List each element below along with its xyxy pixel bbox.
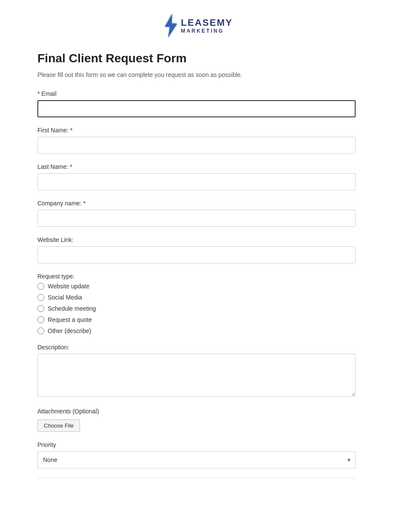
email-group: * Email bbox=[37, 90, 356, 117]
company-name-group: Company name: * bbox=[37, 200, 356, 227]
page-wrapper: LEASEMY MARKETING Final Client Request F… bbox=[29, 0, 364, 504]
radio-other[interactable] bbox=[37, 327, 44, 334]
form-description: Please fill out this form so we can comp… bbox=[37, 71, 356, 78]
radio-schedule-meeting[interactable] bbox=[37, 305, 44, 312]
radio-label-website-update: Website update bbox=[48, 283, 89, 290]
attachments-group: Attachments (Optional) Choose File bbox=[37, 408, 356, 432]
radio-website-update[interactable] bbox=[37, 283, 44, 290]
description-textarea[interactable] bbox=[37, 354, 356, 397]
description-group: Description: bbox=[37, 344, 356, 398]
first-name-label: First Name: * bbox=[37, 127, 356, 134]
request-type-group: Request type: Website update Social Medi… bbox=[37, 273, 356, 334]
radio-item-schedule-meeting[interactable]: Schedule meeting bbox=[37, 305, 356, 312]
last-name-input[interactable] bbox=[37, 173, 356, 190]
logo-text: LEASEMY MARKETING bbox=[181, 18, 233, 34]
radio-label-schedule-meeting: Schedule meeting bbox=[48, 305, 96, 312]
priority-select[interactable]: None Low Medium High Urgent bbox=[37, 451, 356, 468]
priority-group: Priority None Low Medium High Urgent ▾ bbox=[37, 441, 356, 468]
radio-label-other: Other (describe) bbox=[48, 327, 91, 334]
choose-file-button[interactable]: Choose File bbox=[37, 419, 80, 432]
radio-label-request-quote: Request a quote bbox=[48, 316, 92, 323]
radio-label-social-media: Social Media bbox=[48, 294, 82, 301]
priority-select-wrapper: None Low Medium High Urgent ▾ bbox=[37, 451, 356, 468]
description-label: Description: bbox=[37, 344, 356, 351]
radio-item-website-update[interactable]: Website update bbox=[37, 283, 356, 290]
logo-container: LEASEMY MARKETING bbox=[37, 13, 356, 39]
website-link-group: Website Link: bbox=[37, 236, 356, 263]
last-name-label: Last Name: * bbox=[37, 163, 356, 170]
first-name-input[interactable] bbox=[37, 137, 356, 154]
priority-label: Priority bbox=[37, 441, 356, 448]
company-name-input[interactable] bbox=[37, 210, 356, 227]
last-name-group: Last Name: * bbox=[37, 163, 356, 190]
website-link-input[interactable] bbox=[37, 246, 356, 263]
logo-leasemy: LEASEMY bbox=[181, 18, 233, 28]
radio-item-social-media[interactable]: Social Media bbox=[37, 294, 356, 301]
radio-request-quote[interactable] bbox=[37, 316, 44, 323]
attachments-label: Attachments (Optional) bbox=[37, 408, 356, 415]
bottom-divider bbox=[37, 478, 356, 478]
radio-social-media[interactable] bbox=[37, 294, 44, 301]
request-type-radio-group: Website update Social Media Schedule mee… bbox=[37, 283, 356, 334]
radio-item-other[interactable]: Other (describe) bbox=[37, 327, 356, 334]
first-name-group: First Name: * bbox=[37, 127, 356, 154]
email-input[interactable] bbox=[37, 100, 356, 117]
website-link-label: Website Link: bbox=[37, 236, 356, 243]
logo-bolt-icon bbox=[160, 13, 181, 39]
company-name-label: Company name: * bbox=[37, 200, 356, 207]
request-type-label: Request type: bbox=[37, 273, 356, 280]
logo-marketing: MARKETING bbox=[181, 28, 233, 34]
form-title: Final Client Request Form bbox=[37, 52, 356, 65]
radio-item-request-quote[interactable]: Request a quote bbox=[37, 316, 356, 323]
email-label: * Email bbox=[37, 90, 356, 97]
